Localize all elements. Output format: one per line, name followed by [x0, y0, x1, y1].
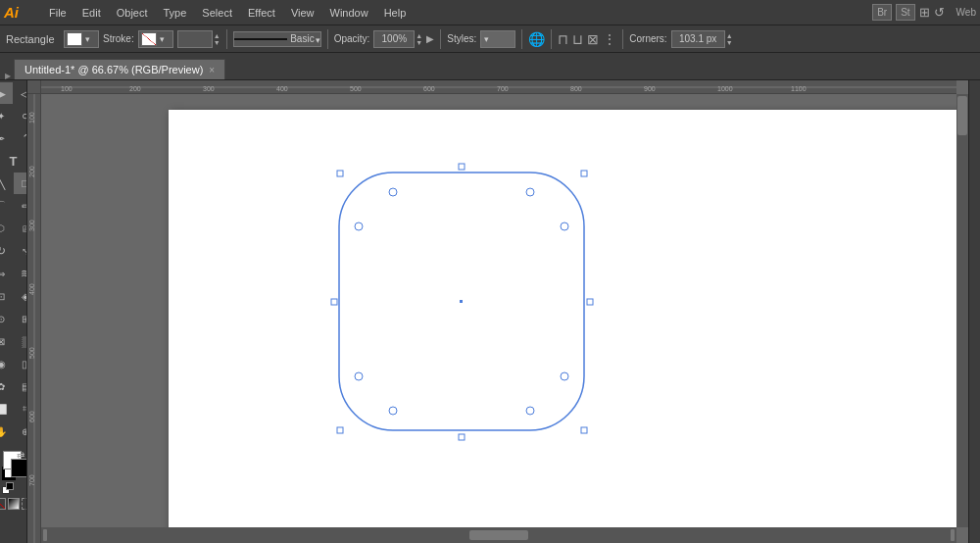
- paintbrush-tool-btn[interactable]: ⌒: [0, 195, 13, 217]
- opacity-label: Opacity:: [334, 33, 370, 44]
- bridge-icon[interactable]: Br: [872, 4, 892, 21]
- vertical-scrollbar[interactable]: [956, 94, 968, 527]
- pen-row: ✒ ⌃: [0, 127, 27, 149]
- menu-select[interactable]: Select: [194, 0, 240, 25]
- h-scroll-right[interactable]: [951, 529, 955, 541]
- selection-tools-row: ▶ ◁: [0, 82, 27, 104]
- menu-help[interactable]: Help: [376, 0, 415, 25]
- line-tool-btn[interactable]: ╲: [0, 173, 13, 194]
- opacity-input[interactable]: [373, 30, 415, 48]
- rect-tool-btn[interactable]: □: [14, 173, 27, 194]
- text-tool-btn[interactable]: T: [1, 150, 26, 172]
- stroke-width-arrows[interactable]: ▲▼: [214, 32, 220, 46]
- live-paint-btn[interactable]: ⊙: [0, 308, 13, 329]
- opacity-arrows[interactable]: ▲▼: [416, 32, 422, 46]
- menu-object[interactable]: Object: [109, 0, 156, 25]
- align-center-icon[interactable]: ⊔: [572, 31, 583, 47]
- align-left-icon[interactable]: ⊓: [558, 31, 568, 47]
- curvature-tool-btn[interactable]: ⌃: [14, 127, 27, 149]
- tools-panel: ▶ ◁ ✦ ⊂ ✒ ⌃ T ╲ □ ⌒ ✏ ⬡ ⎚: [0, 80, 27, 543]
- stroke-width-input[interactable]: [177, 30, 213, 48]
- stroke-style-preview[interactable]: Basic: [233, 31, 321, 47]
- shape-type-label: Rectangle: [6, 33, 60, 45]
- shaper-tool-btn[interactable]: ⬡: [0, 218, 13, 239]
- shape-object[interactable]: [332, 165, 592, 439]
- rotate-scale-row: ↻ ⤡: [0, 240, 27, 262]
- styles-dropdown[interactable]: [480, 30, 515, 48]
- opacity-extra[interactable]: ▶: [426, 33, 434, 44]
- eyedropper-tool-btn[interactable]: ◉: [0, 353, 13, 374]
- none-fill-btn[interactable]: [0, 498, 6, 510]
- v-scroll-thumb[interactable]: [957, 96, 967, 135]
- stroke-width-spinbox[interactable]: ▲▼: [177, 30, 220, 48]
- menu-edit[interactable]: Edit: [74, 0, 109, 25]
- blend-tool-btn[interactable]: ◫: [14, 353, 27, 374]
- gradient-tool-btn[interactable]: ▒: [14, 330, 27, 352]
- horizontal-scrollbar[interactable]: [41, 527, 956, 543]
- more-icon[interactable]: ⋮: [603, 31, 616, 47]
- svg-text:1000: 1000: [717, 85, 733, 92]
- stock-icon[interactable]: St: [896, 4, 914, 21]
- fill-dropdown[interactable]: [64, 30, 99, 48]
- menu-window[interactable]: Window: [322, 0, 376, 25]
- wand-lasso-row: ✦ ⊂: [0, 105, 27, 126]
- corners-input[interactable]: [671, 30, 725, 48]
- right-panel: [968, 80, 980, 543]
- swap-colors-btn[interactable]: ⇄: [17, 450, 24, 461]
- magic-wand-tool-btn[interactable]: ✦: [0, 105, 13, 126]
- web-icon[interactable]: 🌐: [528, 31, 545, 47]
- gradient-fill-btn[interactable]: [8, 498, 20, 510]
- symbol-tool-btn[interactable]: ✿: [0, 375, 13, 397]
- shape-builder-btn[interactable]: ◈: [14, 285, 27, 307]
- svg-text:300: 300: [28, 220, 35, 231]
- stroke-color-dropdown[interactable]: [138, 30, 173, 48]
- svg-text:600: 600: [423, 85, 435, 92]
- rotate-tool-btn[interactable]: ↻: [0, 240, 13, 262]
- corners-spinbox[interactable]: ▲▼: [671, 30, 733, 48]
- svg-rect-22: [581, 171, 587, 176]
- slice-tool-btn[interactable]: ⌗: [14, 398, 27, 420]
- svg-rect-21: [459, 164, 465, 170]
- warp-tool-btn[interactable]: ≋: [14, 263, 27, 284]
- scale-tool-btn[interactable]: ⤡: [14, 240, 27, 262]
- artboard-tool-btn[interactable]: ⬜: [0, 398, 13, 420]
- h-scroll-left[interactable]: [43, 529, 47, 541]
- collapse-handle[interactable]: ▶: [4, 72, 12, 79]
- width-tool-btn[interactable]: ⇔: [0, 263, 13, 284]
- menu-file[interactable]: File: [41, 0, 74, 25]
- menu-type[interactable]: Type: [156, 0, 195, 25]
- menu-view[interactable]: View: [283, 0, 322, 25]
- perspective-btn[interactable]: ⊞: [14, 308, 27, 329]
- canvas-viewport[interactable]: [41, 94, 956, 527]
- svg-point-33: [389, 407, 397, 415]
- zoom-tool-btn[interactable]: ⊕: [14, 420, 27, 442]
- tab-close-btn[interactable]: ×: [209, 65, 215, 75]
- corners-arrows[interactable]: ▲▼: [726, 32, 733, 46]
- h-scroll-thumb[interactable]: [469, 530, 528, 540]
- free-transform-btn[interactable]: ⊡: [0, 285, 13, 307]
- opacity-spinbox[interactable]: ▲▼: [373, 30, 422, 48]
- svg-text:200: 200: [129, 85, 141, 92]
- graph-tool-btn[interactable]: ▤: [14, 375, 27, 397]
- background-swatch[interactable]: [11, 459, 28, 477]
- ruler-corner: [27, 80, 41, 94]
- sync-icon[interactable]: ↺: [934, 5, 945, 20]
- pencil-tool-btn[interactable]: ✏: [14, 195, 27, 217]
- lasso-tool-btn[interactable]: ⊂: [14, 105, 27, 126]
- hand-tool-btn[interactable]: ✋: [0, 420, 13, 442]
- pen-tool-btn[interactable]: ✒: [0, 127, 13, 149]
- svg-text:400: 400: [28, 283, 35, 295]
- selection-tool-btn[interactable]: ▶: [0, 82, 13, 104]
- eraser-tool-btn[interactable]: ⎚: [14, 218, 27, 239]
- menu-effect[interactable]: Effect: [240, 0, 283, 25]
- shaper-eraser-row: ⬡ ⎚: [0, 218, 27, 239]
- top-right-icons: Br St ⊞ ↺ Web: [872, 4, 976, 21]
- workspace-icon[interactable]: ⊞: [919, 5, 930, 20]
- distribute-icon[interactable]: ⊠: [587, 31, 599, 47]
- transform-builder-row: ⊡ ◈: [0, 285, 27, 307]
- direct-selection-tool-btn[interactable]: ◁: [14, 82, 27, 104]
- svg-rect-27: [581, 427, 587, 433]
- mesh-tool-btn[interactable]: ⊠: [0, 330, 13, 352]
- document-tab[interactable]: Untitled-1* @ 66.67% (RGB/Preview) ×: [14, 59, 225, 79]
- corners-label: Corners:: [629, 33, 666, 44]
